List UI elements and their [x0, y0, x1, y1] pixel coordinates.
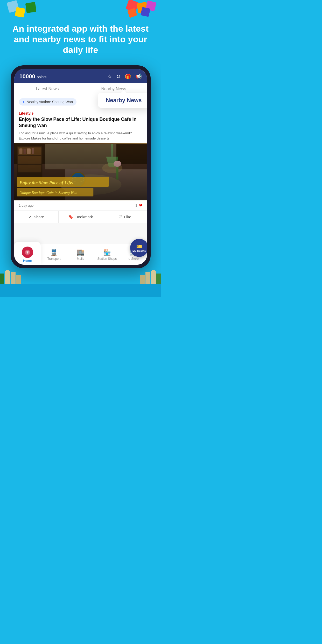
nearby-tooltip-text: Nearby News [106, 97, 142, 103]
bookmark-icon: 🔖 [68, 214, 73, 219]
station-label: Nearby station: Sheung Wan [27, 100, 73, 104]
navigation-icon: ➤ [23, 100, 25, 104]
city-skyline [0, 271, 161, 297]
station-shops-icon: 🏪 [103, 249, 111, 256]
phone-screen: 10000 points ☆ ↻ 🎁 📢 Latest News Nearby … [14, 69, 147, 265]
my-tickets-button[interactable]: 🎫 My Tickets [130, 239, 147, 257]
article-likes: 1 ❤ [135, 203, 142, 208]
article-content: Lifestyle Enjoy the Slow Pace of Life: U… [14, 109, 147, 141]
nav-home[interactable]: ✳ Home [14, 242, 41, 265]
action-bar: ↗ Share 🔖 Bookmark ♡ Like [14, 211, 147, 223]
svg-rect-36 [5, 271, 10, 284]
like-label: Like [124, 215, 131, 219]
article-image-svg: Enjoy the Slow Pace of Life: Unique Bout… [14, 143, 147, 200]
tab-bar: Latest News Nearby News Nearby News [14, 83, 147, 95]
malls-icon: 🏬 [77, 249, 85, 256]
svg-text:Enjoy the Slow Pace of Life:: Enjoy the Slow Pace of Life: [19, 180, 73, 185]
points-display: 10000 points [19, 73, 47, 80]
nav-transport-label: Transport [47, 257, 61, 261]
article-category: Lifestyle [19, 109, 142, 116]
share-label: Share [34, 215, 44, 219]
ticket-icon: 🎫 [136, 243, 142, 249]
svg-rect-40 [156, 274, 161, 284]
nav-transport[interactable]: 🚆 Transport [41, 244, 67, 265]
tab-nearby-news[interactable]: Nearby News Nearby News [81, 83, 147, 95]
svg-rect-38 [11, 272, 16, 284]
buildings-right [140, 268, 161, 284]
content-area: ➤ Nearby station: Sheung Wan Other stati… [14, 95, 147, 244]
nav-station-shops-label: Station Shops [97, 257, 117, 261]
svg-text:Unique Boutique Cafe in Sheung: Unique Boutique Cafe in Sheung Wan [19, 191, 77, 195]
heart-filled-icon: ❤ [139, 203, 142, 208]
tab-latest-news[interactable]: Latest News [14, 83, 81, 95]
bookmark-label: Bookmark [75, 215, 93, 219]
article-title: Enjoy the Slow Pace of Life: Unique Bout… [19, 116, 142, 129]
bookmark-button[interactable]: 🔖 Bookmark [59, 211, 103, 223]
share-button[interactable]: ↗ Share [14, 211, 59, 223]
article-image: Enjoy the Slow Pace of Life: Unique Bout… [14, 143, 147, 200]
svg-rect-42 [152, 270, 155, 272]
buildings-left [0, 268, 21, 284]
nearby-news-tooltip: Nearby News [98, 93, 147, 108]
bottom-navigation: ✳ Home 🚆 Transport 🏬 Malls 🏪 [14, 244, 147, 265]
home-icon: ✳ [22, 247, 33, 258]
station-tag[interactable]: ➤ Nearby station: Sheung Wan [19, 98, 76, 106]
my-tickets-label: My Tickets [132, 250, 146, 253]
topbar-icons: ☆ ↻ 🎁 📢 [107, 73, 142, 80]
share-icon: ↗ [28, 214, 32, 219]
nav-estore-label: e-Store [129, 257, 139, 261]
app-topbar: 10000 points ☆ ↻ 🎁 📢 [14, 69, 147, 83]
article-excerpt: Looking for a unique place with a quiet … [19, 131, 142, 141]
heart-outline-icon: ♡ [118, 214, 122, 219]
star-icon[interactable]: ☆ [107, 73, 112, 80]
gift-icon[interactable]: 🎁 [125, 73, 131, 80]
nav-station-shops[interactable]: 🏪 Station Shops [94, 244, 120, 265]
svg-text:✳: ✳ [26, 250, 29, 254]
phone-body: 10000 points ☆ ↻ 🎁 📢 Latest News Nearby … [11, 65, 151, 268]
phone-mockup: 10000 points ☆ ↻ 🎁 📢 Latest News Nearby … [0, 63, 161, 268]
headline-text: An integrated app with the latest and ne… [0, 0, 161, 63]
nav-home-label: Home [23, 259, 32, 263]
nav-malls-label: Malls [77, 257, 84, 261]
article-meta: 1 day ago 1 ❤ [14, 200, 147, 211]
next-article-hint [14, 223, 147, 244]
svg-rect-35 [0, 274, 4, 284]
likes-count: 1 [135, 204, 137, 208]
megaphone-icon[interactable]: 📢 [135, 73, 142, 80]
article-timestamp: 1 day ago [19, 204, 34, 207]
svg-rect-37 [6, 270, 9, 272]
svg-rect-44 [140, 275, 145, 284]
like-button[interactable]: ♡ Like [103, 211, 147, 223]
svg-rect-39 [16, 275, 21, 284]
svg-rect-43 [145, 272, 150, 284]
nav-malls[interactable]: 🏬 Malls [67, 244, 94, 265]
water [0, 284, 161, 297]
refresh-icon[interactable]: ↻ [116, 73, 121, 80]
svg-rect-41 [151, 271, 156, 284]
transport-icon: 🚆 [50, 249, 58, 256]
